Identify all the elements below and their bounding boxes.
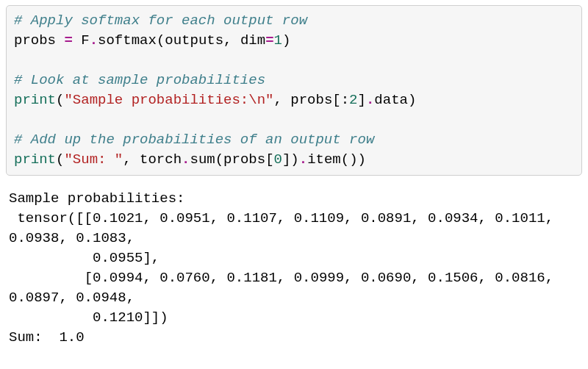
output-line: tensor([[0.1021, 0.0951, 0.1107, 0.1109,… (9, 210, 562, 246)
code-token: F (73, 32, 90, 49)
code-token: ( (56, 92, 64, 108)
code-token: [ (265, 151, 273, 168)
code-token: . (299, 151, 307, 168)
notebook-cell-pair: # Apply softmax for each output row prob… (0, 0, 588, 358)
code-output-cell: Sample probabilities: tensor([[0.1021, 0… (6, 183, 582, 351)
code-token: item (307, 151, 341, 168)
code-token: ) (282, 32, 290, 49)
code-token: , (223, 32, 240, 49)
code-token: outputs (165, 32, 223, 49)
code-token: 2 (349, 92, 357, 108)
code-token: data (374, 92, 408, 108)
comment-line: # Add up the probabilities of an output … (14, 132, 374, 148)
code-token: ()) (341, 151, 366, 168)
code-token: ] (358, 92, 366, 108)
code-token: print (14, 151, 56, 168)
code-token: = (265, 32, 273, 49)
output-line: 0.1210]]) (9, 309, 168, 326)
code-token: . (182, 151, 190, 168)
code-token: ]) (282, 151, 299, 168)
code-token: "Sum: " (64, 151, 123, 168)
code-input-cell: # Apply softmax for each output row prob… (6, 5, 582, 176)
comment-line: # Apply softmax for each output row (14, 12, 307, 29)
code-token: ( (56, 151, 64, 168)
code-token: ( (157, 32, 165, 49)
code-token: , (273, 92, 290, 108)
output-line: [0.0994, 0.0760, 0.1181, 0.0999, 0.0690,… (9, 270, 562, 306)
code-token: "Sample probabilities:\n" (64, 92, 273, 108)
code-token: 0 (274, 151, 282, 168)
output-line: 0.0955], (9, 250, 159, 266)
output-line: Sample probabilities: (9, 190, 184, 207)
code-token: probs (223, 151, 265, 168)
code-token: ( (215, 151, 223, 168)
code-token: . (90, 32, 98, 49)
code-token: softmax (98, 32, 157, 49)
code-token: ) (408, 92, 416, 108)
code-token: probs (290, 92, 332, 108)
code-token: = (64, 32, 72, 49)
output-line: Sum: 1.0 (9, 329, 85, 345)
code-token: probs (14, 32, 64, 49)
code-token: torch (140, 151, 182, 168)
code-token: print (14, 92, 56, 108)
code-token: dim (240, 32, 265, 49)
code-token: 1 (274, 32, 282, 49)
code-token: , (123, 151, 140, 168)
code-token: sum (190, 151, 215, 168)
comment-line: # Look at sample probabilities (14, 72, 265, 88)
code-token: [: (332, 92, 349, 108)
code-token: . (366, 92, 374, 108)
